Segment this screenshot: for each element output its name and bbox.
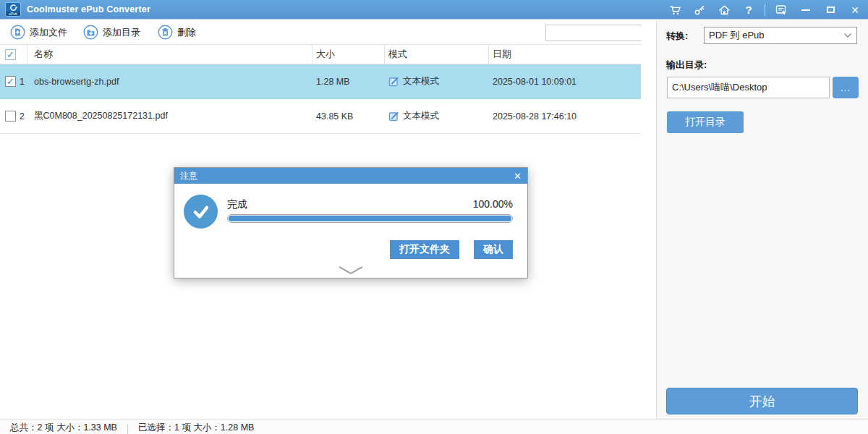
cart-icon[interactable] [666,2,684,18]
add-folder-label: 添加目录 [103,26,140,39]
add-folder-button[interactable]: 添加目录 [83,25,140,40]
header-size[interactable]: 大小 [312,45,385,64]
row-index: 1 [20,77,25,87]
app-logo-icon: ePub [5,2,21,17]
status-bar: 总共：2 项 大小：1.33 MB 已选择：1 项 大小：1.28 MB [0,420,868,434]
header-date[interactable]: 日期 [489,45,639,64]
settings-panel: 转换: PDF 到 ePub 输出目录: ... 打开目录 开始 [656,20,868,420]
convert-label: 转换: [666,30,688,43]
minimize-icon[interactable] [797,2,814,18]
table-row[interactable]: ✓ 2 黑C0M808_20250825172131.pdf 43.85 KB … [0,99,641,134]
status-total: 总共：2 项 大小：1.33 MB [0,418,127,434]
close-icon[interactable]: ✕ [846,2,864,18]
delete-icon [158,25,173,40]
header-mode[interactable]: 模式 [385,45,489,64]
notice-dialog: 注意 ✕ 完成 100.00% 打开文件夹 确认 [174,167,528,278]
delete-button[interactable]: 删除 [158,25,196,40]
app-logo-label: ePub [6,12,20,16]
file-date: 2025-08-01 10:09:01 [489,77,639,87]
confirm-button[interactable]: 确认 [474,240,513,259]
header-name[interactable]: 名称 [27,45,312,64]
table-header: ✓ 名称 大小 模式 日期 [0,44,641,64]
success-check-icon [184,195,218,229]
progress-bar-fill [229,216,511,221]
progress-status-label: 完成 [227,198,247,211]
output-path-input[interactable] [667,77,830,98]
start-button[interactable]: 开始 [666,388,858,414]
open-folder-button[interactable]: 打开文件夹 [390,240,459,259]
title-bar: ePub Coolmuster ePub Converter ? ✕ [0,0,868,20]
add-file-label: 添加文件 [30,26,67,39]
file-size: 43.85 KB [312,111,385,122]
file-list: ✓ 名称 大小 模式 日期 ✓ 1 obs-browsertg-zh.pdf 1… [0,44,641,134]
browse-button[interactable]: ... [833,77,859,98]
status-selected: 已选择：1 项 大小：1.28 MB [128,418,264,434]
dialog-title-bar: 注意 ✕ [174,168,527,184]
select-all-checkbox[interactable]: ✓ [5,49,16,60]
file-name: 黑C0M808_20250825172131.pdf [27,110,312,122]
row-index: 2 [20,111,25,122]
convert-selected-value: PDF 到 ePub [709,29,765,42]
convert-select[interactable]: PDF 到 ePub [704,27,857,44]
dialog-title: 注意 [180,170,197,182]
add-file-icon [10,25,25,40]
app-window: { "window": { "title": "Coolmuster ePub … [0,0,868,434]
add-file-button[interactable]: 添加文件 [10,25,67,40]
edit-mode-icon[interactable] [388,111,399,122]
file-name: obs-browsertg-zh.pdf [27,77,312,87]
file-mode[interactable]: 文本模式 [403,110,439,122]
row-checkbox[interactable]: ✓ [5,111,16,122]
output-dir-label: 输出目录: [666,59,707,72]
dialog-close-icon[interactable]: ✕ [514,171,522,182]
progress-percent: 100.00% [473,198,513,210]
home-icon[interactable] [715,2,733,18]
edit-mode-icon[interactable] [388,76,399,87]
titlebar-separator [765,4,765,16]
file-mode[interactable]: 文本模式 [403,75,439,88]
feedback-icon[interactable] [773,2,790,18]
expand-chevron-icon[interactable] [336,265,365,276]
open-directory-button[interactable]: 打开目录 [667,111,744,133]
help-icon[interactable]: ? [740,2,757,18]
chevron-down-icon [843,33,852,38]
row-checkbox[interactable]: ✓ [5,76,16,87]
table-row[interactable]: ✓ 1 obs-browsertg-zh.pdf 1.28 MB 文本模式 20… [0,64,641,99]
search-box [545,25,642,41]
maximize-icon[interactable] [822,2,839,18]
delete-label: 删除 [177,26,196,39]
progress-bar [227,214,513,223]
file-date: 2025-08-28 17:46:10 [489,111,639,122]
toolbar: 添加文件 添加目录 删除 [0,20,655,44]
add-folder-icon [83,25,98,40]
file-size: 1.28 MB [312,77,385,87]
window-title: Coolmuster ePub Converter [27,4,150,14]
key-icon[interactable] [691,2,708,18]
search-input[interactable] [546,25,664,41]
